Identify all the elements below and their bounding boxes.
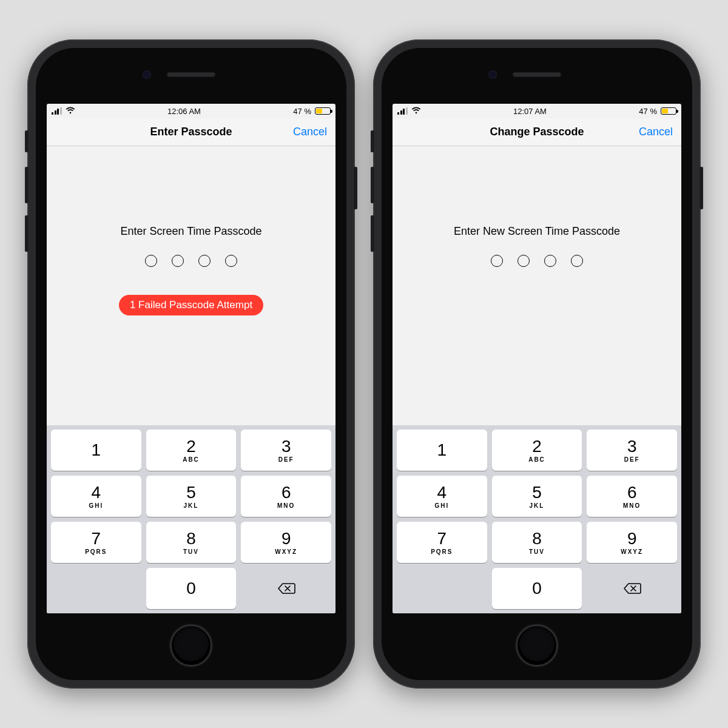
power-button bbox=[699, 167, 703, 209]
wifi-icon bbox=[411, 106, 421, 116]
keypad-key-1[interactable]: 1 bbox=[397, 430, 487, 471]
failed-attempt-badge: 1 Failed Passcode Attempt bbox=[119, 295, 263, 315]
nav-bar: Enter Passcode Cancel bbox=[47, 118, 335, 146]
keypad-key-letters: TUV bbox=[183, 548, 199, 555]
keypad-key-letters: JKL bbox=[530, 502, 545, 509]
status-bar: 12:06 AM 47 % bbox=[47, 104, 335, 118]
keypad-delete-button[interactable] bbox=[241, 568, 331, 609]
battery-icon bbox=[315, 107, 331, 115]
phone-bezel: 12:06 AM 47 % Enter Passcode Cancel Ente… bbox=[36, 48, 346, 680]
keypad-key-6[interactable]: 6MNO bbox=[241, 476, 331, 517]
passcode-prompt: Enter New Screen Time Passcode bbox=[454, 225, 620, 238]
cancel-button[interactable]: Cancel bbox=[293, 126, 327, 138]
keypad-key-letters: WXYZ bbox=[275, 548, 297, 555]
passcode-dot bbox=[198, 255, 211, 267]
nav-bar: Change Passcode Cancel bbox=[393, 118, 681, 146]
passcode-panel: Enter New Screen Time Passcode bbox=[393, 146, 681, 425]
keypad-key-number: 3 bbox=[627, 438, 637, 455]
keypad-key-number: 4 bbox=[437, 484, 447, 501]
passcode-dot bbox=[517, 255, 530, 267]
keypad-key-2[interactable]: 2ABC bbox=[492, 430, 582, 471]
keypad-key-7[interactable]: 7PQRS bbox=[51, 522, 141, 563]
keypad-key-letters: ABC bbox=[183, 456, 200, 463]
keypad-key-1[interactable]: 1 bbox=[51, 430, 141, 471]
home-button[interactable] bbox=[516, 624, 558, 667]
keypad-key-number: 8 bbox=[186, 530, 196, 547]
battery-percent: 47 % bbox=[293, 107, 311, 116]
keypad-key-8[interactable]: 8TUV bbox=[492, 522, 582, 563]
keypad-key-letters: WXYZ bbox=[621, 548, 643, 555]
keypad-key-letters: PQRS bbox=[85, 548, 107, 555]
keypad-key-letters: MNO bbox=[277, 502, 295, 509]
keypad-key-8[interactable]: 8TUV bbox=[146, 522, 237, 563]
volume-up-button bbox=[25, 167, 29, 203]
passcode-dot bbox=[544, 255, 556, 267]
status-time: 12:07 AM bbox=[513, 107, 547, 116]
keypad-spacer bbox=[397, 568, 487, 609]
battery-icon bbox=[661, 107, 676, 115]
backspace-icon bbox=[277, 582, 295, 595]
passcode-prompt: Enter Screen Time Passcode bbox=[120, 225, 261, 238]
keypad-key-number: 2 bbox=[532, 438, 542, 455]
keypad-key-9[interactable]: 9WXYZ bbox=[587, 522, 677, 563]
keypad-key-letters: GHI bbox=[89, 502, 103, 509]
keypad-key-4[interactable]: 4GHI bbox=[397, 476, 487, 517]
battery-percent: 47 % bbox=[639, 107, 657, 116]
keypad-key-9[interactable]: 9WXYZ bbox=[241, 522, 331, 563]
keypad-key-5[interactable]: 5JKL bbox=[146, 476, 237, 517]
keypad-key-0[interactable]: 0 bbox=[492, 568, 582, 609]
nav-title: Enter Passcode bbox=[150, 126, 232, 138]
front-camera bbox=[143, 70, 151, 79]
keypad-key-number: 5 bbox=[186, 484, 196, 501]
keypad-key-letters: JKL bbox=[184, 502, 199, 509]
keypad-key-number: 4 bbox=[92, 484, 101, 501]
keypad-key-4[interactable]: 4GHI bbox=[51, 476, 141, 517]
keypad-key-3[interactable]: 3DEF bbox=[241, 430, 331, 471]
phone-mockup: 12:07 AM 47 % Change Passcode Cancel Ent… bbox=[373, 39, 701, 689]
keypad-key-2[interactable]: 2ABC bbox=[146, 430, 237, 471]
passcode-dots bbox=[491, 255, 583, 267]
keypad-key-number: 9 bbox=[627, 530, 637, 547]
keypad-key-0[interactable]: 0 bbox=[146, 568, 237, 609]
phone-mockup: 12:06 AM 47 % Enter Passcode Cancel Ente… bbox=[27, 39, 355, 689]
passcode-dot bbox=[225, 255, 237, 267]
cancel-button[interactable]: Cancel bbox=[639, 126, 673, 138]
keypad-key-number: 6 bbox=[281, 484, 291, 501]
keypad-key-number: 1 bbox=[437, 442, 447, 459]
keypad-key-number: 9 bbox=[281, 530, 291, 547]
backspace-icon bbox=[623, 582, 641, 595]
status-bar: 12:07 AM 47 % bbox=[393, 104, 681, 118]
keypad-key-3[interactable]: 3DEF bbox=[587, 430, 677, 471]
keypad-key-7[interactable]: 7PQRS bbox=[397, 522, 487, 563]
keypad-key-number: 7 bbox=[437, 530, 447, 547]
keypad-key-letters: DEF bbox=[624, 456, 640, 463]
keypad-key-number: 0 bbox=[186, 580, 196, 597]
cellular-signal-icon bbox=[397, 107, 408, 115]
volume-up-button bbox=[371, 167, 374, 203]
number-keypad: 12ABC3DEF4GHI5JKL6MNO7PQRS8TUV9WXYZ0 bbox=[47, 425, 335, 613]
keypad-delete-button[interactable] bbox=[587, 568, 677, 609]
mute-switch bbox=[25, 130, 29, 152]
screen: 12:06 AM 47 % Enter Passcode Cancel Ente… bbox=[47, 104, 335, 613]
keypad-key-6[interactable]: 6MNO bbox=[587, 476, 677, 517]
keypad-key-number: 3 bbox=[281, 438, 291, 455]
passcode-panel: Enter Screen Time Passcode 1 Failed Pass… bbox=[47, 146, 335, 425]
earpiece-speaker bbox=[167, 72, 215, 77]
keypad-key-letters: PQRS bbox=[431, 548, 453, 555]
keypad-spacer bbox=[51, 568, 141, 609]
home-button[interactable] bbox=[170, 624, 212, 667]
volume-down-button bbox=[371, 215, 374, 252]
keypad-key-number: 7 bbox=[92, 530, 101, 547]
keypad-key-number: 5 bbox=[532, 484, 542, 501]
keypad-key-5[interactable]: 5JKL bbox=[492, 476, 582, 517]
passcode-dot bbox=[491, 255, 503, 267]
keypad-key-letters: MNO bbox=[623, 502, 641, 509]
power-button bbox=[354, 167, 357, 209]
passcode-dots bbox=[145, 255, 237, 267]
front-camera bbox=[488, 70, 497, 79]
keypad-key-number: 8 bbox=[532, 530, 542, 547]
cellular-signal-icon bbox=[52, 107, 62, 115]
phone-bezel: 12:07 AM 47 % Change Passcode Cancel Ent… bbox=[382, 48, 692, 680]
status-time: 12:06 AM bbox=[167, 107, 201, 116]
number-keypad: 12ABC3DEF4GHI5JKL6MNO7PQRS8TUV9WXYZ0 bbox=[393, 425, 681, 613]
